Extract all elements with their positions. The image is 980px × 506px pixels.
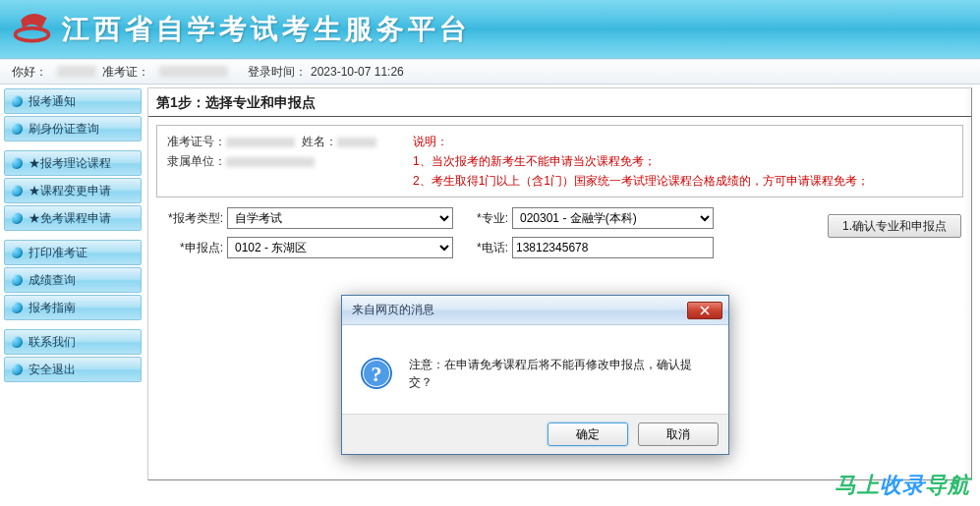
point-select[interactable]: 0102 - 东湖区 bbox=[227, 237, 453, 258]
ticket-id-masked bbox=[226, 138, 295, 147]
phone-input[interactable] bbox=[512, 237, 714, 258]
bullet-icon bbox=[11, 212, 23, 224]
dialog-title: 来自网页的消息 bbox=[352, 302, 434, 318]
dialog-footer: 确定 取消 bbox=[342, 414, 728, 454]
nav-idcard-query[interactable]: 刷身份证查询 bbox=[4, 116, 142, 141]
nav-label: ★免考课程申请 bbox=[29, 210, 111, 227]
nav-guide[interactable]: 报考指南 bbox=[4, 295, 142, 320]
dialog-body: ? 注意：在申请免考课程后将不能再修改申报点，确认提交？ bbox=[342, 325, 728, 414]
ticket-label: 准考证： bbox=[102, 64, 149, 81]
type-label: *报考类型: bbox=[156, 210, 227, 227]
unit-label: 隶属单位： bbox=[167, 154, 226, 168]
nav-label: 成绩查询 bbox=[29, 272, 76, 289]
status-bar: 你好： 准考证： 登录时间： 2023-10-07 11:26 bbox=[0, 59, 980, 84]
bullet-icon bbox=[11, 274, 23, 286]
site-title: 江西省自学考试考生服务平台 bbox=[62, 11, 471, 48]
name-masked bbox=[337, 138, 376, 147]
dialog-titlebar[interactable]: 来自网页的消息 bbox=[342, 296, 728, 325]
notice-line-2: 2、考生取得1门以上（含1门）国家统一考试理论课程合格成绩的，方可申请课程免考； bbox=[413, 171, 952, 191]
bullet-icon bbox=[11, 95, 23, 107]
bullet-icon bbox=[11, 302, 23, 313]
watermark: 马上收录导航 bbox=[835, 471, 970, 500]
nav-score-query[interactable]: 成绩查询 bbox=[4, 267, 142, 293]
nav-label: ★课程变更申请 bbox=[29, 183, 111, 199]
candidate-info-box: 准考证号： 姓名： 隶属单位： 说明： 1、当次报考的新考生不能申请当次课程免考… bbox=[156, 125, 963, 197]
bullet-icon bbox=[11, 185, 23, 197]
sidebar: 报考通知 刷身份证查询 ★报考理论课程 ★课程变更申请 ★免考课程申请 打印准考… bbox=[0, 84, 145, 480]
question-icon: ? bbox=[360, 357, 393, 390]
dialog-message: 注意：在申请免考课程后将不能再修改申报点，确认提交？ bbox=[409, 356, 711, 391]
notice-title: 说明： bbox=[413, 132, 952, 151]
nav-notice[interactable]: 报考通知 bbox=[4, 88, 142, 114]
close-icon bbox=[700, 306, 710, 315]
svg-point-0 bbox=[16, 28, 49, 41]
greeting-label: 你好： bbox=[12, 64, 47, 81]
point-label: *申报点: bbox=[156, 240, 227, 256]
bullet-icon bbox=[11, 336, 23, 348]
nav-label: ★报考理论课程 bbox=[29, 155, 111, 172]
nav-label: 刷身份证查询 bbox=[29, 121, 99, 138]
nav-course-change[interactable]: ★课程变更申请 bbox=[4, 178, 142, 203]
svg-text:?: ? bbox=[372, 362, 382, 386]
ticket-id-label: 准考证号： bbox=[167, 135, 226, 148]
major-label: *专业: bbox=[463, 210, 512, 227]
username-masked bbox=[57, 66, 96, 78]
major-select[interactable]: 020301 - 金融学(本科) bbox=[512, 207, 714, 229]
nav-label: 打印准考证 bbox=[29, 245, 87, 261]
nav-label: 报考指南 bbox=[29, 300, 76, 316]
bullet-icon bbox=[11, 123, 23, 135]
nav-theory[interactable]: ★报考理论课程 bbox=[4, 150, 142, 176]
nav-label: 联系我们 bbox=[29, 334, 76, 351]
app-header: 江西省自学考试考生服务平台 bbox=[0, 0, 980, 59]
nav-print-ticket[interactable]: 打印准考证 bbox=[4, 240, 142, 265]
nav-logout[interactable]: 安全退出 bbox=[4, 357, 142, 382]
nav-exempt-apply[interactable]: ★免考课程申请 bbox=[4, 205, 142, 231]
confirm-major-button[interactable]: 1.确认专业和申报点 bbox=[828, 214, 961, 238]
unit-masked bbox=[226, 157, 315, 167]
nav-label: 报考通知 bbox=[29, 93, 76, 110]
name-label: 姓名： bbox=[302, 135, 337, 148]
nav-contact[interactable]: 联系我们 bbox=[4, 329, 142, 355]
dialog-ok-button[interactable]: 确定 bbox=[548, 422, 628, 446]
login-time-label: 登录时间： bbox=[248, 64, 307, 81]
step-title: 第1步：选择专业和申报点 bbox=[148, 88, 971, 117]
confirm-dialog: 来自网页的消息 ? 注意：在申请免考课程后将不能再修改申报点，确认提交？ 确定 … bbox=[341, 295, 729, 455]
notice-line-1: 1、当次报考的新考生不能申请当次课程免考； bbox=[413, 151, 952, 171]
phone-label: *电话: bbox=[463, 240, 512, 256]
nav-label: 安全退出 bbox=[29, 362, 76, 378]
candidate-fields: 准考证号： 姓名： 隶属单位： bbox=[167, 132, 413, 171]
bullet-icon bbox=[11, 364, 23, 375]
bullet-icon bbox=[11, 157, 23, 169]
dialog-cancel-button[interactable]: 取消 bbox=[638, 422, 719, 446]
logo-icon bbox=[10, 10, 54, 49]
type-select[interactable]: 自学考试 bbox=[227, 207, 453, 229]
dialog-close-button[interactable] bbox=[687, 302, 722, 319]
login-time-value: 2023-10-07 11:26 bbox=[311, 65, 404, 79]
scroll-indicator bbox=[964, 88, 971, 479]
bullet-icon bbox=[11, 247, 23, 258]
ticket-masked bbox=[159, 66, 228, 78]
notice-text: 说明： 1、当次报考的新考生不能申请当次课程免考； 2、考生取得1门以上（含1门… bbox=[413, 132, 952, 191]
